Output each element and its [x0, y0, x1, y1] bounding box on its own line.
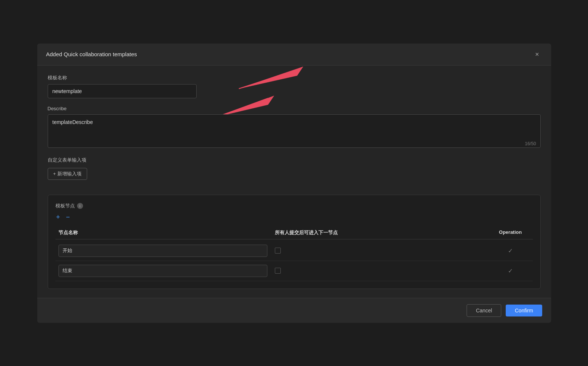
dialog: Added Quick collaboration templates × 模板… — [37, 44, 551, 323]
template-name-input[interactable] — [48, 84, 197, 98]
nodes-section-title: 模板节点 — [55, 203, 75, 209]
custom-inputs-label: 自定义表单输入项 — [48, 157, 541, 163]
custom-inputs-group: 自定义表单输入项 + 新增输入项 — [48, 157, 541, 187]
node-checkbox-cell-1 — [272, 248, 488, 254]
dialog-title: Added Quick collaboration templates — [46, 51, 137, 57]
add-input-button[interactable]: + 新增输入项 — [48, 168, 87, 180]
node-name-input-1[interactable] — [58, 245, 267, 257]
add-node-button[interactable]: + — [55, 214, 61, 220]
describe-group: Describe templateDescribe 16/50 — [48, 106, 541, 149]
template-name-label: 模板名称 — [48, 74, 541, 81]
node-name-cell — [55, 245, 272, 257]
col-all-submit: 所有人提交后可进入下一节点 — [272, 229, 488, 236]
dialog-header: Added Quick collaboration templates × — [37, 44, 551, 66]
describe-wrapper: templateDescribe 16/50 — [48, 114, 541, 149]
col-operation: Operation — [488, 229, 533, 236]
dialog-body: 模板名称 Describe templateDescribe 16/50 自定义… — [37, 66, 551, 298]
modal-overlay: Added Quick collaboration templates × 模板… — [0, 0, 588, 366]
close-button[interactable]: × — [532, 50, 542, 59]
char-count: 16/50 — [525, 141, 536, 146]
node-controls: + − — [55, 214, 533, 220]
nodes-section-header: 模板节点 i — [55, 203, 533, 209]
cancel-button[interactable]: Cancel — [467, 304, 502, 317]
node-row: ✓ — [55, 261, 533, 281]
dialog-footer: Cancel Confirm — [37, 298, 551, 323]
check-icon-1: ✓ — [508, 247, 513, 254]
node-checkbox-2[interactable] — [275, 268, 281, 274]
info-icon: i — [77, 203, 83, 209]
node-checkbox-cell-2 — [272, 268, 488, 274]
nodes-section: 模板节点 i + − 节点名称 所有人提交后可进入下一节点 Operation — [48, 195, 541, 289]
node-name-cell — [55, 265, 272, 277]
describe-textarea[interactable]: templateDescribe — [48, 114, 541, 148]
describe-label: Describe — [48, 106, 541, 111]
node-checkbox-1[interactable] — [275, 248, 281, 254]
node-operation-cell-1: ✓ — [488, 247, 533, 254]
node-operation-cell-2: ✓ — [488, 267, 533, 274]
nodes-table-header: 节点名称 所有人提交后可进入下一节点 Operation — [55, 226, 533, 239]
col-node-name: 节点名称 — [55, 229, 272, 236]
node-name-input-2[interactable] — [58, 265, 267, 277]
check-icon-2: ✓ — [508, 267, 513, 274]
remove-node-button[interactable]: − — [65, 214, 71, 220]
confirm-button[interactable]: Confirm — [506, 305, 542, 316]
template-name-group: 模板名称 — [48, 74, 541, 98]
node-row: ✓ — [55, 241, 533, 261]
